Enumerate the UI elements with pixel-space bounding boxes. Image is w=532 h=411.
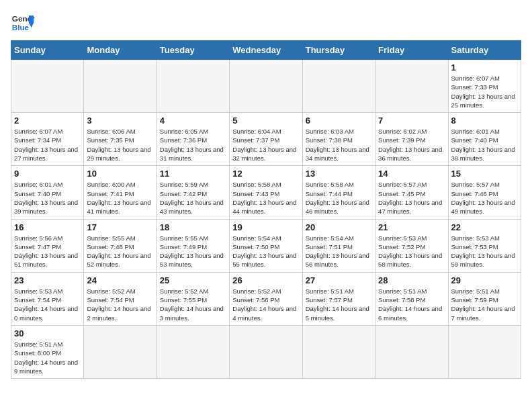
calendar-day-cell: 7Sunrise: 6:02 AMSunset: 7:39 PMDaylight… [375,113,448,166]
calendar-day-cell: 30Sunrise: 5:51 AMSunset: 8:00 PMDayligh… [11,325,84,378]
day-number: 21 [378,222,445,232]
calendar-day-cell: 13Sunrise: 5:58 AMSunset: 7:44 PMDayligh… [302,166,375,219]
calendar-day-cell: 27Sunrise: 5:51 AMSunset: 7:57 PMDayligh… [302,272,375,325]
calendar-day-cell [84,325,157,378]
day-number: 13 [306,169,372,179]
header: General Blue [11,11,521,35]
day-number: 12 [232,169,299,179]
day-info: Sunrise: 5:54 AMSunset: 7:51 PMDaylight:… [306,234,372,269]
calendar-day-cell: 1Sunrise: 6:07 AMSunset: 7:33 PMDaylight… [448,60,521,113]
weekday-header-wednesday: Wednesday [230,41,302,60]
day-info: Sunrise: 5:53 AMSunset: 7:53 PMDaylight:… [451,234,518,269]
day-info: Sunrise: 5:57 AMSunset: 7:46 PMDaylight:… [451,180,518,216]
calendar-day-cell: 20Sunrise: 5:54 AMSunset: 7:51 PMDayligh… [302,219,375,272]
day-number: 29 [451,275,518,285]
calendar-day-cell: 14Sunrise: 5:57 AMSunset: 7:45 PMDayligh… [375,166,448,219]
day-info: Sunrise: 6:06 AMSunset: 7:35 PMDaylight:… [87,127,153,163]
day-info: Sunrise: 6:01 AMSunset: 7:40 PMDaylight:… [451,127,518,163]
weekday-header-monday: Monday [84,41,157,60]
day-number: 25 [160,275,226,285]
logo-icon: General Blue [11,11,35,35]
calendar-day-cell: 15Sunrise: 5:57 AMSunset: 7:46 PMDayligh… [448,166,521,219]
calendar-day-cell: 23Sunrise: 5:53 AMSunset: 7:54 PMDayligh… [11,272,84,325]
calendar-week-row: 1Sunrise: 6:07 AMSunset: 7:33 PMDaylight… [11,60,521,113]
svg-marker-2 [29,15,34,23]
day-number: 7 [378,116,445,126]
day-number: 9 [14,169,81,179]
day-number: 4 [160,116,226,126]
day-number: 17 [87,222,153,232]
weekday-header-thursday: Thursday [302,41,375,60]
day-info: Sunrise: 6:07 AMSunset: 7:34 PMDaylight:… [14,127,81,163]
calendar-day-cell [230,325,302,378]
calendar-day-cell: 17Sunrise: 5:55 AMSunset: 7:48 PMDayligh… [84,219,157,272]
day-info: Sunrise: 5:53 AMSunset: 7:52 PMDaylight:… [378,234,445,269]
calendar-day-cell: 10Sunrise: 6:00 AMSunset: 7:41 PMDayligh… [84,166,157,219]
calendar-table: SundayMondayTuesdayWednesdayThursdayFrid… [11,40,521,379]
day-number: 14 [378,169,445,179]
day-number: 11 [160,169,226,179]
day-number: 24 [87,275,153,285]
calendar-day-cell: 22Sunrise: 5:53 AMSunset: 7:53 PMDayligh… [448,219,521,272]
day-info: Sunrise: 5:51 AMSunset: 7:59 PMDaylight:… [451,287,518,322]
day-number: 10 [87,169,153,179]
day-info: Sunrise: 6:01 AMSunset: 7:40 PMDaylight:… [14,180,81,216]
day-info: Sunrise: 5:59 AMSunset: 7:42 PMDaylight:… [160,180,226,216]
day-number: 6 [306,116,372,126]
calendar-day-cell [157,60,229,113]
logo: General Blue [11,11,35,35]
calendar-day-cell: 28Sunrise: 5:51 AMSunset: 7:58 PMDayligh… [375,272,448,325]
calendar-day-cell [375,60,448,113]
day-number: 16 [14,222,81,232]
day-info: Sunrise: 5:55 AMSunset: 7:49 PMDaylight:… [160,234,226,269]
calendar-week-row: 30Sunrise: 5:51 AMSunset: 8:00 PMDayligh… [11,325,521,378]
calendar-day-cell [375,325,448,378]
calendar-day-cell: 21Sunrise: 5:53 AMSunset: 7:52 PMDayligh… [375,219,448,272]
day-number: 2 [14,116,81,126]
weekday-header-row: SundayMondayTuesdayWednesdayThursdayFrid… [11,41,521,60]
day-info: Sunrise: 6:00 AMSunset: 7:41 PMDaylight:… [87,180,153,216]
calendar-day-cell [448,325,521,378]
calendar-day-cell: 12Sunrise: 5:58 AMSunset: 7:43 PMDayligh… [230,166,302,219]
day-info: Sunrise: 5:57 AMSunset: 7:45 PMDaylight:… [378,180,445,216]
day-number: 27 [306,275,372,285]
calendar-week-row: 9Sunrise: 6:01 AMSunset: 7:40 PMDaylight… [11,166,521,219]
day-number: 22 [451,222,518,232]
calendar-week-row: 23Sunrise: 5:53 AMSunset: 7:54 PMDayligh… [11,272,521,325]
calendar-day-cell: 26Sunrise: 5:52 AMSunset: 7:56 PMDayligh… [230,272,302,325]
calendar-day-cell: 24Sunrise: 5:52 AMSunset: 7:54 PMDayligh… [84,272,157,325]
day-number: 5 [232,116,299,126]
day-number: 26 [232,275,299,285]
day-info: Sunrise: 6:03 AMSunset: 7:38 PMDaylight:… [306,127,372,163]
calendar-day-cell [11,60,84,113]
weekday-header-sunday: Sunday [11,41,84,60]
day-number: 28 [378,275,445,285]
day-number: 23 [14,275,81,285]
day-info: Sunrise: 6:02 AMSunset: 7:39 PMDaylight:… [378,127,445,163]
day-number: 1 [451,62,518,73]
calendar-day-cell: 19Sunrise: 5:54 AMSunset: 7:50 PMDayligh… [230,219,302,272]
day-number: 20 [306,222,372,232]
day-info: Sunrise: 5:51 AMSunset: 8:00 PMDaylight:… [14,340,81,375]
calendar-day-cell: 2Sunrise: 6:07 AMSunset: 7:34 PMDaylight… [11,113,84,166]
day-info: Sunrise: 5:55 AMSunset: 7:48 PMDaylight:… [87,234,153,269]
calendar-day-cell: 9Sunrise: 6:01 AMSunset: 7:40 PMDaylight… [11,166,84,219]
calendar-day-cell: 18Sunrise: 5:55 AMSunset: 7:49 PMDayligh… [157,219,229,272]
day-info: Sunrise: 5:58 AMSunset: 7:44 PMDaylight:… [306,180,372,216]
calendar-day-cell: 6Sunrise: 6:03 AMSunset: 7:38 PMDaylight… [302,113,375,166]
calendar-day-cell: 11Sunrise: 5:59 AMSunset: 7:42 PMDayligh… [157,166,229,219]
day-number: 3 [87,116,153,126]
calendar-day-cell: 8Sunrise: 6:01 AMSunset: 7:40 PMDaylight… [448,113,521,166]
weekday-header-saturday: Saturday [448,41,521,60]
calendar-day-cell [230,60,302,113]
day-number: 30 [14,328,81,338]
calendar-week-row: 2Sunrise: 6:07 AMSunset: 7:34 PMDaylight… [11,113,521,166]
day-info: Sunrise: 5:51 AMSunset: 7:57 PMDaylight:… [306,287,372,322]
day-info: Sunrise: 5:52 AMSunset: 7:56 PMDaylight:… [232,287,299,322]
calendar-day-cell [84,60,157,113]
day-number: 15 [451,169,518,179]
calendar-day-cell: 5Sunrise: 6:04 AMSunset: 7:37 PMDaylight… [230,113,302,166]
day-info: Sunrise: 6:07 AMSunset: 7:33 PMDaylight:… [451,74,518,109]
day-info: Sunrise: 5:58 AMSunset: 7:43 PMDaylight:… [232,180,299,216]
day-info: Sunrise: 5:54 AMSunset: 7:50 PMDaylight:… [232,234,299,269]
